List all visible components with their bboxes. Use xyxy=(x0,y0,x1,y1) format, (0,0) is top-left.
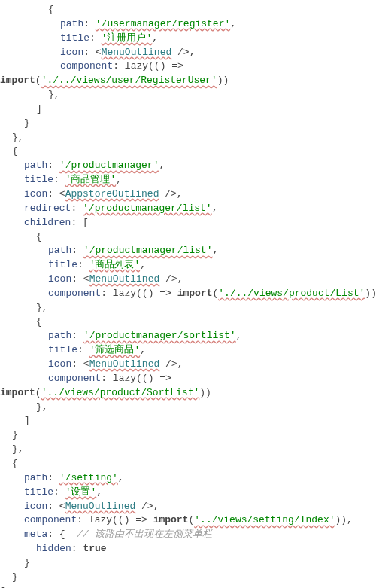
code-token: '筛选商品' xyxy=(89,344,141,355)
code-token: , xyxy=(140,259,146,270)
code-line: ] xyxy=(0,102,376,117)
code-line: title: '筛选商品', xyxy=(0,343,376,358)
code-line: }, xyxy=(0,401,376,415)
code-line: }, xyxy=(0,131,376,145)
code-token: />, xyxy=(135,501,159,512)
code-token: './../views/user/RegisterUser' xyxy=(41,75,217,86)
code-line: import('./../views/user/RegisterUser')) xyxy=(0,74,376,88)
code-token: : xyxy=(71,330,83,341)
code-token: icon xyxy=(24,188,47,200)
code-token: )) xyxy=(365,288,376,299)
code-line: title: '设置', xyxy=(0,486,376,500)
code-token: '/productmanager' xyxy=(59,160,159,171)
code-line: title: '商品列表', xyxy=(0,258,376,273)
code-token: ( xyxy=(35,387,41,398)
code-token: icon xyxy=(60,47,83,58)
code-line: path: '/setting', xyxy=(0,471,376,486)
code-line: } xyxy=(0,556,376,571)
code-token: { xyxy=(36,316,42,328)
code-token: redirect xyxy=(24,203,71,214)
code-token: '/usermanager/register' xyxy=(96,18,230,29)
code-token: ( xyxy=(35,75,41,86)
code-token: path xyxy=(48,245,71,256)
code-token: '/productmanager/sortlist' xyxy=(83,330,236,341)
code-token: , xyxy=(212,245,218,256)
code-token: // 该路由不出现在左侧菜单栏 xyxy=(77,529,211,540)
code-token: } xyxy=(24,557,30,568)
code-token: true xyxy=(83,543,106,554)
code-token: : xyxy=(71,203,83,214)
code-token: lazy xyxy=(125,60,148,72)
code-token: lazy xyxy=(113,288,136,299)
code-line: }, xyxy=(0,443,376,457)
code-token: )) xyxy=(199,387,211,398)
code-token: , xyxy=(140,344,146,355)
code-token: : xyxy=(71,543,83,554)
code-token: , xyxy=(230,18,236,29)
code-line: import('../views/product/SortList')) xyxy=(0,386,376,401)
code-token: title xyxy=(48,344,77,355)
code-line: component: lazy(() => import('../views/s… xyxy=(0,513,376,528)
code-line: title: '注册用户', xyxy=(0,32,376,46)
code-token: hidden xyxy=(36,543,71,554)
code-token: '设置' xyxy=(65,486,97,498)
code-token: lazy xyxy=(89,514,112,526)
code-token: path xyxy=(24,160,47,171)
code-line: ] xyxy=(0,585,376,588)
code-token: } xyxy=(24,117,30,129)
code-token: lazy xyxy=(113,373,136,384)
code-token: component xyxy=(24,514,77,526)
code-token: component xyxy=(48,373,101,384)
code-token: : xyxy=(101,288,113,299)
code-token: (() => xyxy=(136,288,177,299)
code-token: : [ xyxy=(71,217,88,228)
code-token: />, xyxy=(159,273,183,285)
code-token: }, xyxy=(36,401,48,413)
code-token: MenuOutlined xyxy=(89,358,160,370)
code-token: : { xyxy=(47,529,77,540)
code-token: : xyxy=(71,245,83,256)
code-token: : < xyxy=(71,273,89,285)
code-token: } xyxy=(12,571,18,583)
code-token: '../views/setting/Index' xyxy=(194,514,335,526)
code-token: '/productmanager/list' xyxy=(83,203,212,214)
code-token: : xyxy=(77,514,89,526)
code-line: } xyxy=(0,428,376,443)
code-line: component: lazy(() => import('./../views… xyxy=(0,287,376,301)
code-token: '/setting' xyxy=(59,472,118,483)
code-token: : xyxy=(53,174,65,185)
code-token: )), xyxy=(335,514,353,526)
code-token: : xyxy=(101,373,113,384)
code-token: , xyxy=(159,160,165,171)
code-line: { xyxy=(0,230,376,245)
code-token: , xyxy=(152,32,158,44)
code-token: '/productmanager/list' xyxy=(83,245,213,256)
code-line: icon: <AppstoreOutlined />, xyxy=(0,187,376,202)
code-token: }, xyxy=(12,132,24,143)
code-token: }, xyxy=(12,443,24,455)
code-token: icon xyxy=(48,273,71,285)
code-token: : xyxy=(83,18,96,29)
code-line: children: [ xyxy=(0,216,376,230)
code-token: { xyxy=(12,145,18,157)
code-token: } xyxy=(12,429,18,440)
code-line: component: lazy(() => xyxy=(0,59,376,74)
code-token: title xyxy=(60,32,89,44)
code-token: , xyxy=(212,203,218,214)
code-token: , xyxy=(236,330,242,341)
code-token: '../views/product/SortList' xyxy=(41,387,200,398)
code-line: hidden: true xyxy=(0,542,376,556)
code-token: { xyxy=(36,231,42,242)
code-line: } xyxy=(0,117,376,131)
code-line: ] xyxy=(0,414,376,428)
code-line: component: lazy(() => xyxy=(0,372,376,386)
code-token: title xyxy=(48,259,77,270)
code-token: '注册用户' xyxy=(102,32,153,44)
code-line: icon: <MenuOutlined />, xyxy=(0,500,376,514)
code-line: }, xyxy=(0,301,376,315)
code-token: MenuOutlined xyxy=(65,501,136,512)
code-line: { xyxy=(0,3,376,17)
code-token: path xyxy=(24,472,47,483)
code-token: : < xyxy=(83,47,101,58)
code-token: icon xyxy=(48,358,71,370)
